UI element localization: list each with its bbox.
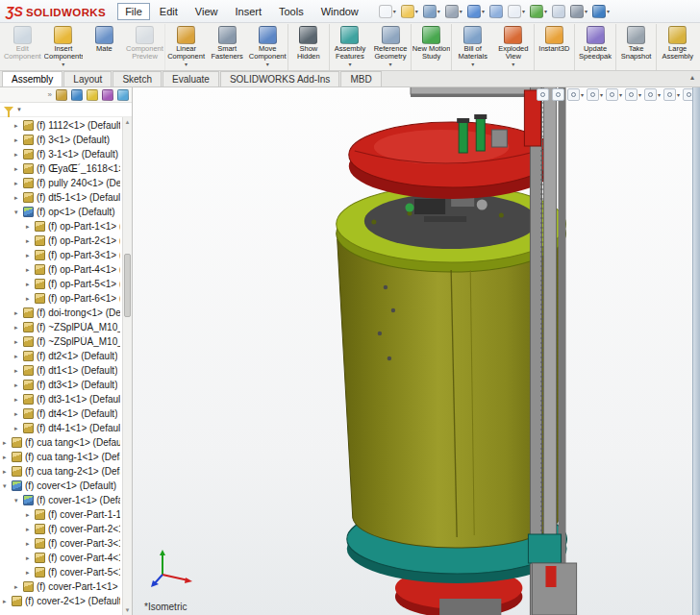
tree-item[interactable]: (f) cua tang<1> (Default) [0, 435, 120, 450]
tree-item[interactable]: (f) cua tang-2<1> (Default) [0, 464, 120, 479]
quick-access-button[interactable] [529, 4, 548, 19]
tree-scrollbar[interactable] [122, 117, 132, 615]
hud-button[interactable] [683, 88, 692, 101]
ribbon-button[interactable]: Edit Component [2, 24, 43, 70]
model-canvas[interactable] [133, 87, 692, 615]
ribbon-button[interactable]: Smart Fasteners [207, 24, 248, 70]
tree-item[interactable]: (f) op-Part-5<1> (Default) [0, 277, 120, 291]
tree-item[interactable]: (f) dt4<1> (Default) [0, 406, 120, 421]
expand-arrow-icon[interactable] [14, 165, 23, 173]
tree-item[interactable]: (f) cover-Part-3<1> (Default) [0, 536, 120, 551]
tree-item[interactable]: (f) cua tang-1<1> (Default) [0, 450, 120, 464]
expand-arrow-icon[interactable] [14, 396, 23, 404]
ribbon-button[interactable]: Mate [84, 24, 125, 70]
menu-item[interactable]: View [188, 3, 226, 20]
collapse-ribbon-icon[interactable] [690, 73, 694, 82]
tree-item[interactable]: (f) cover<1> (Default) [0, 479, 120, 493]
model-cylinder-body[interactable] [338, 225, 562, 548]
tree-item[interactable]: (f) op-Part-1<1> (Default) [0, 219, 120, 234]
menu-item[interactable]: Window [313, 3, 366, 20]
tree-item[interactable]: (f) pully 240<1> (Default) [0, 176, 120, 190]
tree-item[interactable]: (f) cover-Part-2<1> (Default) [0, 522, 120, 536]
quick-access-button[interactable] [551, 4, 566, 19]
expand-arrow-icon[interactable] [3, 454, 12, 461]
expand-arrow-icon[interactable] [14, 209, 23, 216]
expand-arrow-icon[interactable] [26, 526, 35, 533]
quick-access-button[interactable] [422, 4, 441, 19]
ribbon-button[interactable]: Bill of Materials [452, 24, 493, 70]
hud-button[interactable] [644, 88, 661, 101]
tree-item[interactable]: (f) doi-trong<1> (Default) [0, 306, 120, 320]
quick-access-button[interactable] [569, 4, 588, 19]
ribbon-button[interactable]: Insert Components [43, 24, 85, 70]
quick-access-button[interactable] [400, 4, 419, 19]
quick-access-button[interactable] [466, 4, 486, 19]
quick-access-button[interactable] [444, 4, 463, 19]
expand-arrow-icon[interactable] [26, 569, 35, 577]
quick-access-button[interactable] [591, 4, 611, 19]
expand-arrow-icon[interactable] [3, 482, 12, 490]
tree-item[interactable]: (f) op-Part-3<1> (Default) [0, 248, 120, 262]
expand-arrow-icon[interactable] [14, 497, 23, 504]
tree-item[interactable]: (f) op<1> (Default) [0, 205, 120, 219]
quick-access-button[interactable] [507, 4, 526, 19]
ribbon-button[interactable]: New Motion Study [412, 24, 453, 70]
menu-item[interactable]: File [117, 3, 150, 20]
tree-item[interactable]: (f) ~ZSplPÚÀ_M10_20<1> (Default) [0, 320, 120, 334]
expand-arrow-icon[interactable] [26, 252, 35, 259]
filter-dropdown-caret[interactable] [16, 107, 22, 112]
hud-button[interactable] [663, 88, 680, 101]
expand-arrow-icon[interactable] [14, 194, 23, 202]
tree-item[interactable]: (f) cover-Part-1-1<1> (Default) [0, 507, 120, 522]
hud-button[interactable] [552, 88, 564, 101]
tree-item[interactable]: (f) dt5-1<1> (Default) [0, 190, 120, 205]
tree-item[interactable]: (f) dt3-1<1> (Default) [0, 392, 120, 406]
scroll-up-icon[interactable] [123, 117, 132, 127]
ribbon-button[interactable]: Exploded View [493, 24, 535, 70]
tree-item[interactable]: (f) dt1<1> (Default) [0, 363, 120, 378]
expand-arrow-icon[interactable] [26, 540, 35, 548]
hud-button[interactable] [567, 88, 584, 101]
tree-item[interactable]: (f) cover-2<1> (Default) [0, 594, 120, 608]
hud-button[interactable] [625, 88, 641, 101]
tree-item[interactable]: (f) dt2<1> (Default) [0, 349, 120, 363]
command-tab[interactable]: MBD [340, 71, 381, 86]
ribbon-button[interactable]: Instant3D [535, 24, 576, 70]
expand-arrow-icon[interactable] [26, 511, 35, 519]
model-top-clamps[interactable] [457, 114, 507, 153]
tree-item[interactable]: (f) 1112<1> (Default) [0, 118, 120, 133]
model-vertical-rail[interactable] [524, 87, 576, 615]
hud-button[interactable] [587, 88, 603, 101]
filter-icon[interactable] [4, 107, 13, 112]
expand-arrow-icon[interactable] [14, 324, 23, 332]
task-pane-strip[interactable] [692, 87, 700, 615]
hud-button[interactable] [537, 88, 549, 101]
tree-item[interactable]: (f) op-Part-2<1> (Default) [0, 234, 120, 248]
tree-item[interactable]: (f) 3-1<1> (Default) [0, 147, 120, 161]
expand-arrow-icon[interactable] [26, 281, 35, 288]
command-tab[interactable]: Sketch [112, 71, 162, 86]
ribbon-button[interactable]: Reference Geometry [370, 24, 412, 70]
ribbon-button[interactable]: Component Preview Window [125, 24, 166, 70]
expand-arrow-icon[interactable] [14, 122, 23, 130]
expand-arrow-icon[interactable] [3, 439, 12, 447]
tree-item[interactable]: (f) dt3<1> (Default) [0, 378, 120, 392]
menu-item[interactable]: Insert [227, 3, 269, 20]
expand-arrow-icon[interactable] [3, 598, 12, 605]
model-bottom-foot[interactable] [439, 599, 501, 615]
expand-arrow-icon[interactable] [14, 151, 23, 159]
tree-item[interactable]: (f) cover-1<1> (Default) [0, 493, 120, 507]
scrollbar-thumb[interactable] [124, 254, 131, 317]
ribbon-button[interactable]: Linear Component Pattern [165, 24, 207, 70]
expand-arrow-icon[interactable] [26, 295, 35, 303]
expand-arrow-icon[interactable] [26, 237, 35, 245]
expand-arrow-icon[interactable] [14, 425, 23, 432]
menu-item[interactable]: Tools [271, 3, 312, 20]
tree-item[interactable]: (f) 3<1> (Default) [0, 133, 120, 147]
quick-access-button[interactable] [378, 4, 397, 19]
tree-item[interactable]: (f) op-Part-6<1> (Default) [0, 291, 120, 306]
hud-button[interactable] [606, 88, 622, 101]
expand-arrow-icon[interactable] [14, 136, 23, 144]
quick-access-button[interactable] [488, 4, 504, 19]
ribbon-button[interactable]: Move Component [247, 24, 288, 70]
